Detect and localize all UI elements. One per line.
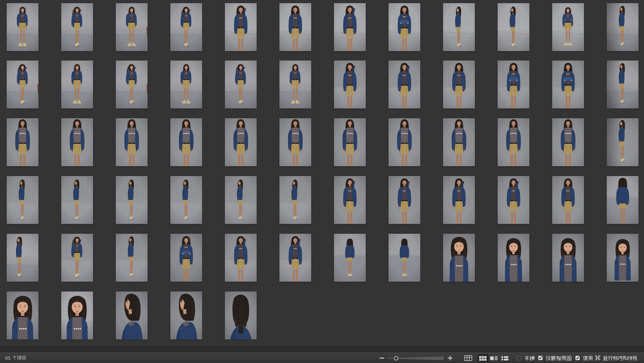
svg-text:65: 65 (5, 356, 11, 361)
